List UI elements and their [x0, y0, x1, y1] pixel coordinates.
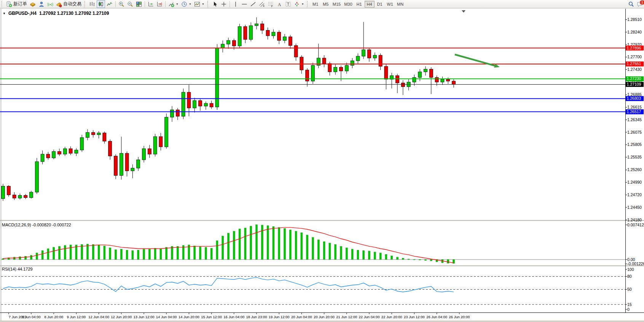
new-order-button[interactable]: 新订单 — [5, 0, 28, 8]
market-watch-button[interactable] — [29, 0, 37, 8]
time-axis[interactable]: 7 Jun 20238 Jun 04:008 Jun 20:009 Jun 12… — [0, 313, 644, 319]
candle — [413, 75, 416, 86]
svg-text:A: A — [277, 2, 281, 7]
candle — [289, 35, 292, 49]
autotrading-icon — [56, 1, 62, 7]
macd-histogram — [2, 224, 455, 263]
timeframe-m15-button[interactable]: M15 — [331, 1, 342, 8]
macd-bar — [109, 248, 111, 260]
data-window-button[interactable] — [37, 0, 46, 8]
candlestick-chart-button[interactable] — [97, 0, 105, 8]
one-click-trading-toggle-icon[interactable]: ▼ — [3, 12, 6, 15]
candle — [35, 158, 38, 194]
candle — [300, 55, 303, 74]
macd-bar — [154, 248, 156, 260]
vertical-line-button[interactable] — [231, 0, 240, 8]
macd-bar — [323, 242, 325, 260]
macd-bar — [92, 244, 94, 260]
arrows-button[interactable]: ▼ — [293, 0, 305, 8]
panel-separator[interactable] — [0, 220, 644, 221]
macd-bar — [81, 244, 83, 260]
candle — [86, 129, 89, 140]
bar-chart-button[interactable] — [88, 0, 96, 8]
text-icon: A — [276, 1, 282, 7]
candle — [390, 73, 394, 88]
candle — [46, 152, 50, 160]
price-tick-label: 1.26615 — [627, 105, 642, 109]
macd-bar — [256, 224, 258, 260]
search-button[interactable] — [627, 0, 635, 8]
ohlc-values: 1.27092 1.27130 1.27092 1.27109 — [39, 11, 109, 16]
timeframe-m1-button[interactable]: M1 — [311, 1, 320, 8]
candle — [24, 194, 27, 199]
notifications-button[interactable]: 1 — [636, 0, 644, 8]
candle — [446, 77, 450, 84]
text-button[interactable]: A — [275, 0, 284, 8]
chart-shift-button[interactable] — [155, 0, 164, 8]
price-tick-label: 1.24990 — [627, 180, 642, 184]
timeframe-h1-button[interactable]: H1 — [354, 1, 364, 8]
candle — [334, 64, 337, 75]
candle — [103, 131, 106, 144]
signals-button[interactable] — [46, 0, 54, 8]
timeframe-m30-button[interactable]: M30 — [343, 1, 354, 8]
line-chart-button[interactable] — [105, 0, 114, 8]
macd-bar — [391, 256, 393, 260]
timeframe-d1-button[interactable]: D1 — [375, 1, 385, 8]
candle — [260, 21, 264, 34]
candle — [142, 146, 146, 163]
candle — [176, 108, 179, 120]
timeframe-m5-button[interactable]: M5 — [321, 1, 331, 8]
trend-arrow-annotation[interactable] — [455, 54, 500, 68]
macd-bar — [402, 258, 404, 260]
panel-separator[interactable] — [0, 266, 644, 266]
macd-bar — [25, 256, 27, 260]
svg-text:E: E — [263, 4, 265, 7]
candle — [227, 38, 230, 49]
candle — [452, 79, 456, 88]
price-tick-label: 1.25805 — [627, 142, 642, 147]
timeframe-h4-button[interactable]: H4 — [365, 1, 375, 8]
candle — [221, 40, 225, 53]
macd-axis-label: 0.007412 — [627, 223, 644, 227]
auto-scroll-button[interactable] — [147, 0, 155, 8]
macd-bar — [335, 244, 336, 260]
toolbar-grip — [2, 1, 3, 7]
autotrading-button[interactable]: 自动交易 — [55, 0, 83, 8]
timeframe-mn-button[interactable]: MN — [395, 1, 405, 8]
macd-bar — [64, 245, 66, 260]
tile-windows-button[interactable] — [135, 0, 143, 8]
templates-button[interactable]: ▼ — [193, 0, 206, 8]
cursor-button[interactable] — [211, 0, 219, 8]
equidistant-channel-button[interactable]: E — [258, 0, 266, 8]
macd-bar — [120, 249, 122, 260]
chart-shift-marker[interactable] — [462, 10, 465, 13]
dropdown-caret-icon: ▼ — [202, 3, 204, 5]
candle — [63, 147, 67, 156]
fibonacci-button[interactable]: F — [266, 0, 275, 8]
price-badge: 1.27551 — [626, 61, 644, 66]
zoom-in-button[interactable] — [117, 0, 126, 8]
candle — [311, 62, 315, 84]
indicators-button[interactable]: ▼ — [167, 0, 180, 8]
chart-canvas[interactable]: 1.285101.282401.279701.277001.274301.271… — [0, 0, 644, 322]
time-tick-label: 9 Jun 12:00 — [67, 315, 86, 319]
price-tick-label: 1.27700 — [627, 54, 642, 59]
toolbar: 新订单 自动交易 ▼ ▼ ▼ E F A T ▼ — [0, 0, 644, 8]
candle — [368, 48, 371, 62]
trendline-button[interactable] — [249, 0, 257, 8]
periods-button[interactable]: ▼ — [180, 0, 193, 8]
time-tick-label: 22 Jun 20:00 — [381, 315, 402, 319]
zoom-out-button[interactable] — [126, 0, 134, 8]
candle — [171, 106, 174, 122]
clock-icon — [181, 1, 187, 7]
rsi-line — [3, 277, 454, 292]
crosshair-button[interactable] — [220, 0, 228, 8]
text-label-button[interactable]: T — [284, 0, 292, 8]
macd-bar — [250, 226, 252, 260]
price-axis[interactable]: 1.285101.282401.279701.277001.274301.271… — [626, 9, 644, 312]
horizontal-line-button[interactable] — [240, 0, 249, 8]
price-tick-label: 1.26075 — [627, 130, 642, 135]
timeframe-w1-button[interactable]: W1 — [385, 1, 395, 8]
candlestick-icon — [98, 1, 104, 7]
